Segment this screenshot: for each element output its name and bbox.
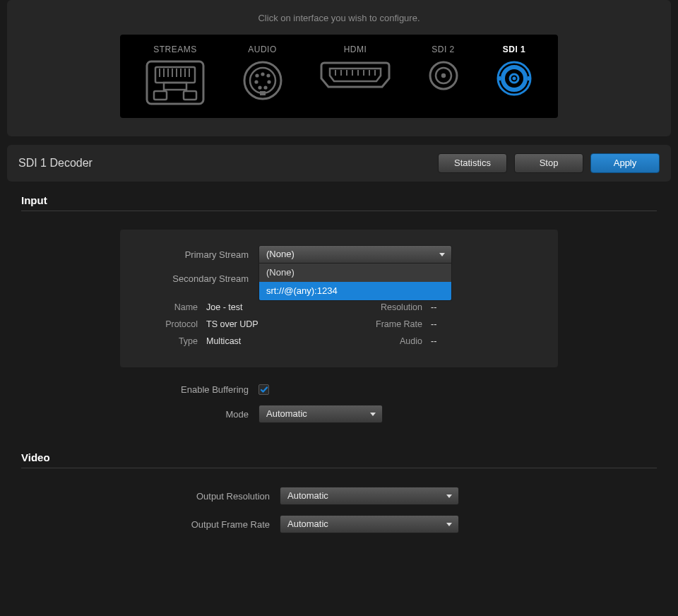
section-divider (21, 468, 657, 468)
port-label: AUDIO (248, 45, 277, 54)
output-framerate-select[interactable]: Automatic (280, 515, 459, 533)
video-section: Video Output Resolution Automatic Output… (0, 451, 678, 533)
mode-label: Mode (120, 409, 258, 420)
ethernet-port-icon (145, 60, 205, 105)
bnc-connector-icon (428, 60, 459, 91)
output-resolution-select[interactable]: Automatic (280, 487, 459, 505)
primary-stream-select[interactable]: (None) (None) srt://@(any):1234 (258, 245, 452, 263)
stop-button[interactable]: Stop (514, 153, 583, 173)
svg-point-15 (255, 73, 258, 77)
apply-button[interactable]: Apply (590, 153, 660, 173)
secondary-stream-label: Secondary Stream (138, 273, 258, 284)
video-wrap: Output Resolution Automatic Output Frame… (120, 487, 558, 533)
port-label: STREAMS (153, 45, 197, 54)
chevron-down-icon (446, 494, 452, 498)
interface-picker-hint: Click on interface you wish to configure… (21, 13, 657, 23)
primary-stream-row: Primary Stream (None) (None) srt://@(any… (138, 245, 540, 263)
mode-row: Mode Automatic (120, 405, 558, 423)
interface-picker-panel: Click on interface you wish to configure… (7, 0, 671, 136)
detail-framerate-label: Frame Rate (339, 319, 431, 329)
interface-ports-box: STREAMS AUDIO (120, 35, 558, 118)
svg-point-21 (263, 85, 267, 89)
mode-value: Automatic (266, 408, 307, 419)
detail-resolution-row: Resolution -- (339, 302, 540, 312)
mode-select[interactable]: Automatic (258, 405, 383, 423)
svg-rect-10 (164, 83, 186, 90)
port-hdmi[interactable]: HDMI (320, 45, 391, 91)
output-resolution-label: Output Resolution (120, 491, 280, 502)
detail-framerate-row: Frame Rate -- (339, 319, 540, 329)
svg-rect-12 (184, 91, 196, 100)
primary-stream-option-none[interactable]: (None) (259, 263, 451, 282)
detail-resolution-value: -- (431, 302, 436, 312)
page-title: SDI 1 Decoder (18, 157, 431, 170)
primary-stream-dropdown: (None) srt://@(any):1234 (258, 263, 452, 301)
hdmi-port-icon (320, 60, 391, 91)
svg-point-16 (261, 72, 264, 76)
input-section-title: Input (21, 194, 657, 206)
port-label: SDI 2 (432, 45, 455, 54)
output-framerate-value: Automatic (287, 519, 328, 529)
svg-point-14 (250, 68, 275, 93)
input-stream-box: Primary Stream (None) (None) srt://@(any… (120, 230, 558, 367)
chevron-down-icon (370, 413, 376, 416)
port-label: SDI 1 (503, 45, 526, 54)
detail-audio-label: Audio (339, 336, 431, 346)
svg-point-33 (441, 73, 445, 78)
detail-audio-row: Audio -- (339, 336, 540, 346)
audio-din-icon (242, 60, 283, 101)
port-audio[interactable]: AUDIO (242, 45, 283, 101)
svg-point-37 (513, 77, 516, 81)
detail-name-row: Name Joe - test (138, 302, 339, 312)
enable-buffering-label: Enable Buffering (120, 384, 258, 395)
port-sdi-1[interactable]: SDI 1 (496, 45, 533, 97)
detail-resolution-label: Resolution (339, 302, 431, 312)
input-extra-wrap: Enable Buffering Mode Automatic (120, 384, 558, 423)
detail-type-row: Type Multicast (138, 336, 339, 346)
stream-details-right: Resolution -- Frame Rate -- Audio -- (339, 302, 540, 353)
svg-rect-39 (528, 76, 531, 81)
primary-stream-value: (None) (266, 249, 295, 259)
output-resolution-value: Automatic (287, 490, 328, 501)
chevron-down-icon (439, 253, 445, 256)
output-framerate-row: Output Frame Rate Automatic (120, 515, 558, 533)
check-icon (260, 386, 268, 394)
port-streams[interactable]: STREAMS (145, 45, 205, 105)
detail-type-label: Type (138, 336, 206, 346)
primary-stream-option-srt[interactable]: srt://@(any):1234 (259, 282, 451, 300)
enable-buffering-checkbox[interactable] (258, 384, 269, 395)
video-section-title: Video (21, 451, 657, 463)
detail-type-value: Multicast (206, 336, 241, 346)
svg-point-20 (258, 85, 261, 89)
detail-framerate-value: -- (431, 319, 436, 329)
detail-protocol-label: Protocol (138, 319, 206, 329)
chevron-down-icon (446, 523, 452, 526)
port-label: HDMI (344, 45, 367, 54)
primary-stream-label: Primary Stream (138, 249, 258, 260)
svg-point-18 (254, 80, 258, 83)
input-section: Input Primary Stream (None) (None) srt:/… (0, 194, 678, 423)
svg-point-17 (266, 73, 270, 77)
svg-rect-38 (497, 76, 501, 81)
detail-protocol-value: TS over UDP (206, 319, 258, 329)
stream-details-left: Name Joe - test Protocol TS over UDP Typ… (138, 302, 339, 353)
decoder-header: SDI 1 Decoder Statistics Stop Apply (7, 145, 671, 182)
enable-buffering-row: Enable Buffering (120, 384, 558, 395)
detail-name-value: Joe - test (206, 302, 242, 312)
stream-details-grid: Name Joe - test Protocol TS over UDP Typ… (138, 302, 540, 353)
bnc-connector-active-icon (496, 60, 533, 97)
output-framerate-label: Output Frame Rate (120, 519, 280, 530)
detail-name-label: Name (138, 302, 206, 312)
svg-point-19 (267, 80, 270, 83)
statistics-button[interactable]: Statistics (438, 153, 507, 173)
section-divider (21, 211, 657, 211)
detail-audio-value: -- (431, 336, 436, 346)
output-resolution-row: Output Resolution Automatic (120, 487, 558, 505)
svg-rect-22 (260, 91, 266, 95)
port-sdi-2[interactable]: SDI 2 (428, 45, 459, 91)
detail-protocol-row: Protocol TS over UDP (138, 319, 339, 329)
svg-rect-11 (154, 91, 167, 100)
